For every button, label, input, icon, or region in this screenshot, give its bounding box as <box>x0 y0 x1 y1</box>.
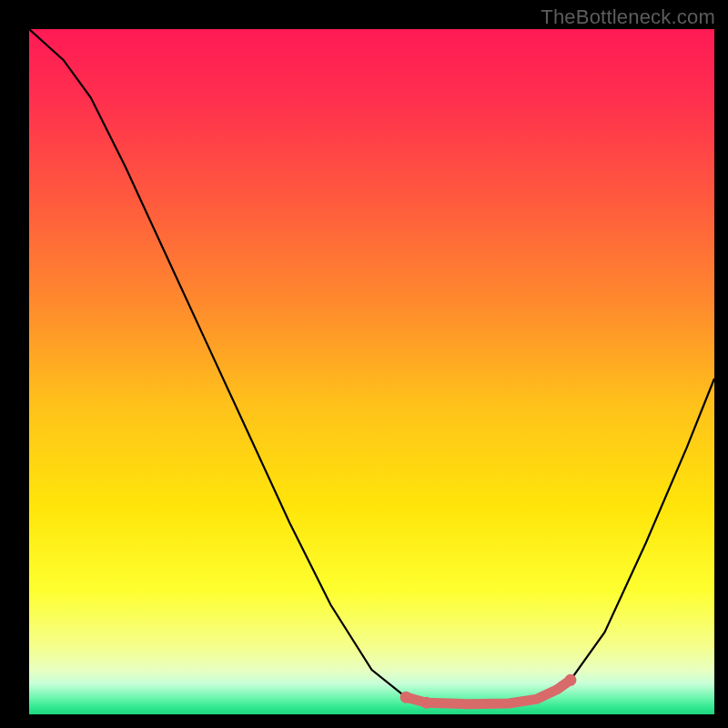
bottleneck-curve <box>29 29 714 704</box>
highlight-endpoint-dot <box>420 697 432 709</box>
bottleneck-chart <box>29 29 714 714</box>
curve-layer <box>29 29 714 714</box>
highlight-endpoint-dot <box>564 674 576 686</box>
highlight-endpoint-dot <box>400 692 412 703</box>
watermark-text: TheBottleneck.com <box>541 5 715 29</box>
